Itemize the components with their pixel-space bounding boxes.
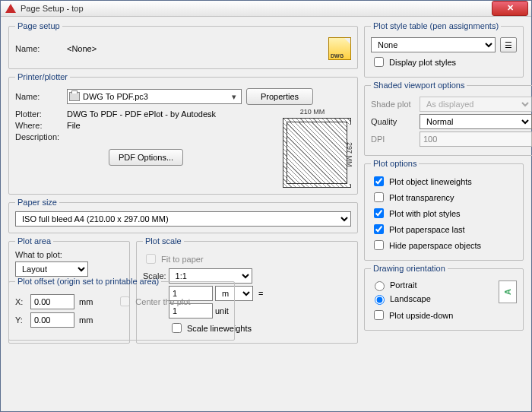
- plot-scale-legend: Plot scale: [143, 236, 184, 246]
- page-setup-group: Page setup Name: <None> DWG: [8, 21, 358, 69]
- landscape-label: Landscape: [390, 294, 431, 303]
- fit-to-paper-label: Fit to paper: [161, 255, 204, 264]
- offset-x-label: X:: [15, 297, 26, 306]
- plot-offset-group: Plot offset (origin set to printable are…: [8, 277, 235, 341]
- plot-options-group: Plot options Plot object lineweightsPlot…: [364, 159, 524, 261]
- orientation-legend: Drawing orientation: [371, 264, 448, 273]
- page-name-value: <None>: [67, 44, 97, 53]
- offset-y-label: Y:: [15, 315, 26, 325]
- plot-option-label: Plot object lineweights: [389, 177, 472, 186]
- landscape-radio[interactable]: [375, 295, 385, 305]
- printer-name-select[interactable]: DWG To PDF.pc3 ▾: [67, 89, 242, 104]
- right-column: Plot style table (pen assignments) None …: [364, 21, 524, 410]
- paper-size-group: Paper size ISO full bleed A4 (210.00 x 2…: [8, 198, 358, 233]
- plot-option-checkbox[interactable]: [374, 224, 384, 234]
- chevron-down-icon: ▾: [229, 92, 239, 102]
- properties-button[interactable]: Properties: [246, 88, 313, 105]
- offset-x-unit: mm: [79, 297, 93, 306]
- dwg-icon: DWG: [328, 37, 351, 60]
- plot-option-label: Plot transparency: [389, 193, 454, 202]
- plot-options-legend: Plot options: [371, 159, 419, 168]
- window-title: Page Setup - top: [21, 4, 492, 13]
- paper-size-select[interactable]: ISO full bleed A4 (210.00 x 297.00 MM): [15, 211, 351, 227]
- plotter-value: DWG To PDF - PDF ePlot - by Autodesk: [67, 109, 216, 119]
- page-setup-legend: Page setup: [15, 21, 62, 30]
- quality-select[interactable]: Normal: [420, 114, 532, 129]
- printer-group: Printer/plotter Name: DWG To PDF.pc3 ▾ P…: [8, 72, 358, 195]
- app-icon: [5, 4, 16, 13]
- quality-label: Quality: [371, 117, 415, 126]
- what-to-plot-label: What to plot:: [15, 250, 123, 259]
- paper-size-legend: Paper size: [15, 198, 59, 207]
- dpi-label: DPI: [371, 135, 415, 144]
- plot-option-label: Plot paperspace last: [389, 225, 465, 234]
- portrait-label: Portrait: [390, 280, 416, 290]
- plot-option-checkbox[interactable]: [374, 176, 384, 186]
- plot-offset-legend: Plot offset (origin set to printable are…: [15, 277, 161, 286]
- plot-option-row: Plot transparency: [371, 190, 517, 204]
- left-column: Page setup Name: <None> DWG Printer/plot…: [8, 21, 358, 410]
- plot-option-row: Plot with plot styles: [371, 206, 517, 220]
- center-plot-label: Center the plot: [135, 297, 190, 306]
- plot-option-checkbox[interactable]: [374, 240, 384, 250]
- fit-to-paper-checkbox: [146, 254, 156, 264]
- plot-style-edit-button[interactable]: ☰: [500, 37, 517, 52]
- printer-name-label: Name:: [15, 92, 62, 101]
- preview-width-label: 210 MM: [283, 108, 341, 116]
- titlebar: Page Setup - top ✕: [1, 1, 531, 17]
- offset-y-unit: mm: [79, 315, 93, 325]
- plotter-label: Plotter:: [15, 109, 62, 119]
- offset-x-input[interactable]: [30, 294, 74, 309]
- plot-area-legend: Plot area: [15, 236, 53, 246]
- upside-down-label: Plot upside-down: [389, 311, 453, 320]
- plot-option-checkbox[interactable]: [374, 192, 384, 202]
- paper-preview: 210 MM 297 MM: [283, 118, 351, 188]
- dialog-window: Page Setup - top ✕ Page setup Name: <Non…: [0, 0, 532, 412]
- plot-option-row: Hide paperspace objects: [371, 238, 517, 252]
- list-icon: ☰: [505, 40, 512, 50]
- orientation-group: Drawing orientation Portrait Landscape A…: [364, 264, 524, 331]
- plot-option-row: Plot object lineweights: [371, 174, 517, 189]
- shade-plot-select: As displayed: [420, 97, 532, 112]
- dialog-body: Page setup Name: <None> DWG Printer/plot…: [1, 17, 531, 412]
- plot-style-select[interactable]: None: [371, 37, 496, 52]
- pdf-options-button[interactable]: PDF Options...: [109, 149, 183, 166]
- plot-style-group: Plot style table (pen assignments) None …: [364, 21, 524, 78]
- plot-option-label: Hide paperspace objects: [389, 241, 481, 250]
- plot-option-label: Plot with plot styles: [389, 209, 461, 218]
- portrait-radio[interactable]: [375, 281, 385, 291]
- close-button[interactable]: ✕: [492, 1, 528, 16]
- plot-style-legend: Plot style table (pen assignments): [371, 21, 501, 30]
- shade-plot-label: Shade plot: [371, 100, 415, 109]
- equals-label: =: [255, 289, 266, 298]
- shaded-viewport-group: Shaded viewport options Shade plotAs dis…: [364, 81, 532, 156]
- orientation-icon: A: [499, 280, 517, 303]
- printer-legend: Printer/plotter: [15, 72, 70, 81]
- plot-option-row: Plot paperspace last: [371, 222, 517, 236]
- where-label: Where:: [15, 121, 62, 130]
- where-value: File: [67, 121, 81, 130]
- upside-down-checkbox[interactable]: [374, 310, 384, 320]
- display-plot-styles-label: Display plot styles: [389, 58, 456, 67]
- description-label: Description:: [15, 132, 62, 141]
- printer-icon: [69, 92, 80, 101]
- what-to-plot-select[interactable]: Layout: [15, 261, 88, 277]
- plot-option-checkbox[interactable]: [374, 208, 384, 218]
- center-plot-checkbox: [120, 296, 130, 306]
- display-plot-styles-checkbox[interactable]: [374, 57, 384, 67]
- shaded-legend: Shaded viewport options: [371, 81, 467, 90]
- dpi-input: [420, 132, 532, 147]
- offset-y-input[interactable]: [30, 312, 74, 328]
- page-name-label: Name:: [15, 44, 62, 53]
